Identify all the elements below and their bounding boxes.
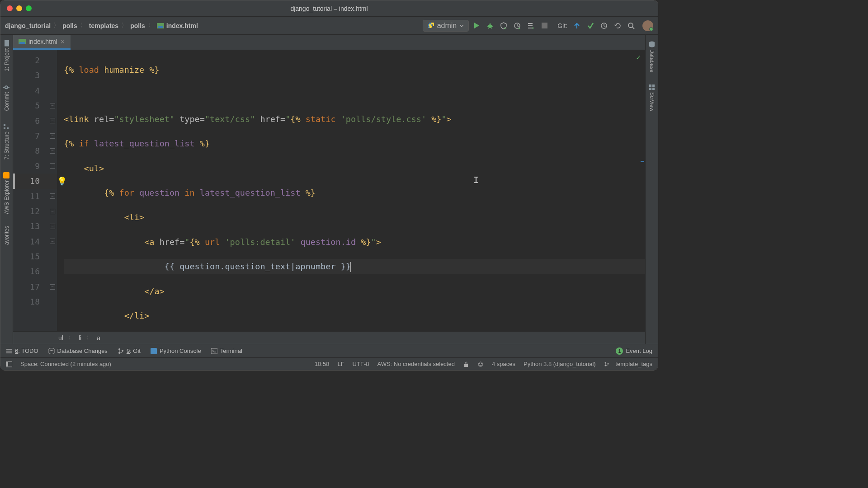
stop-button[interactable] (538, 20, 550, 32)
svg-point-30 (479, 363, 480, 364)
aws-icon (3, 171, 10, 178)
svg-rect-27 (6, 362, 8, 366)
error-stripe-marker[interactable] (641, 161, 644, 162)
fold-marker[interactable]: − (50, 284, 55, 290)
breadcrumb-node[interactable]: li (79, 334, 81, 342)
bottom-tool-bar: 6: 6: TODOTODO Database Changes 9: Git9:… (0, 344, 658, 357)
breadcrumb-item[interactable]: templates (89, 22, 118, 29)
python-icon (151, 348, 157, 354)
fold-marker[interactable]: − (50, 224, 55, 229)
titlebar: django_tutorial – index.html (0, 0, 658, 17)
fold-marker[interactable]: − (50, 133, 55, 139)
fold-marker[interactable]: − (50, 209, 55, 214)
file-encoding[interactable]: UTF-8 (353, 361, 369, 367)
git-history-button[interactable] (598, 20, 610, 32)
window-title: django_tutorial – index.html (290, 5, 368, 12)
fold-marker[interactable]: − (50, 103, 55, 108)
close-window-button[interactable] (7, 5, 13, 11)
todo-tool-button[interactable]: 6: 6: TODOTODO (6, 347, 38, 354)
line-separator[interactable]: LF (337, 361, 344, 367)
status-time: 10:58 (315, 361, 330, 367)
breadcrumbs: django_tutorial 〉 polls 〉 templates 〉 po… (5, 22, 198, 30)
svg-rect-12 (3, 172, 9, 178)
editor-tab[interactable]: index.html ✕ (13, 35, 71, 50)
git-commit-button[interactable] (585, 20, 596, 32)
commit-tool-button[interactable]: Commit (2, 80, 11, 113)
breadcrumb-node[interactable]: a (97, 334, 100, 342)
chevron-right-icon: 〉 (68, 334, 74, 342)
tool-window-icon[interactable] (6, 361, 12, 367)
terminal-button[interactable]: Terminal (211, 347, 242, 354)
code-area[interactable]: {% load humanize %} <link rel="styleshee… (57, 50, 645, 331)
structure-tool-button[interactable]: 7: Structure (2, 120, 11, 162)
git-branch-status[interactable]: template_tags (604, 361, 652, 367)
concurrency-button[interactable] (525, 20, 537, 32)
right-tool-rail: Database SciView (645, 35, 658, 344)
fold-marker[interactable]: − (50, 148, 55, 154)
search-everywhere-button[interactable] (625, 20, 637, 32)
event-log-button[interactable]: 1Event Log (616, 347, 652, 355)
fold-marker[interactable]: − (50, 193, 55, 199)
database-icon (649, 41, 655, 47)
svg-rect-9 (4, 127, 5, 129)
coverage-button[interactable] (498, 20, 509, 32)
svg-rect-28 (464, 364, 468, 367)
git-rollback-button[interactable] (612, 20, 623, 32)
html-file-icon (157, 22, 164, 29)
python-console-button[interactable]: Python Console (151, 347, 201, 354)
python-icon (428, 22, 434, 29)
interpreter-status[interactable]: Python 3.8 (django_tutorial) (524, 361, 596, 367)
debug-button[interactable] (484, 20, 496, 32)
user-avatar[interactable] (642, 20, 653, 31)
svg-point-21 (118, 348, 120, 350)
svg-rect-18 (649, 88, 651, 90)
branch-icon (604, 361, 609, 367)
sciview-tool-button[interactable]: SciView (648, 81, 656, 114)
editor[interactable]: 2 3 4 5− 6− 7− 8− 9− 10💡 11− 12− 13− 14−… (13, 50, 645, 331)
text-cursor-icon: 𝙸 (473, 174, 479, 185)
close-tab-button[interactable]: ✕ (60, 38, 65, 45)
breadcrumb-item[interactable]: django_tutorial (5, 22, 51, 29)
aws-status[interactable]: AWS: No credentials selected (377, 361, 454, 367)
svg-rect-25 (211, 348, 217, 354)
breadcrumb-item[interactable]: polls (130, 22, 145, 29)
indent-status[interactable]: 4 spaces (492, 361, 515, 367)
fold-marker[interactable]: − (50, 118, 55, 123)
chevron-right-icon: 〉 (148, 22, 154, 30)
event-count-badge: 1 (616, 347, 623, 355)
svg-point-6 (628, 23, 633, 28)
chevron-right-icon: 〉 (121, 22, 127, 30)
project-tool-button[interactable]: 1: Project (2, 37, 11, 74)
fold-marker[interactable]: − (50, 163, 55, 169)
space-status[interactable]: Space: Connected (2 minutes ago) (20, 361, 111, 367)
git-update-button[interactable] (571, 20, 583, 32)
profile-button[interactable] (511, 20, 523, 32)
svg-point-8 (5, 86, 8, 89)
git-tool-button[interactable]: 9: Git9: Git (118, 347, 141, 354)
database-tool-button[interactable]: Database (648, 38, 656, 75)
sciview-icon (649, 84, 655, 90)
run-button[interactable] (471, 20, 482, 32)
inspection-status-icon[interactable]: ✓ (636, 53, 641, 61)
favorites-tool-button[interactable]: avorites (3, 223, 11, 248)
aws-explorer-button[interactable]: AWS Explorer (2, 169, 11, 217)
inspector-icon[interactable] (477, 361, 484, 367)
tab-label: index.html (28, 38, 57, 45)
breadcrumb-file[interactable]: index.html (157, 22, 198, 29)
maximize-window-button[interactable] (26, 5, 32, 11)
db-changes-button[interactable]: Database Changes (48, 347, 108, 354)
chevron-right-icon: 〉 (53, 22, 60, 30)
gutter[interactable]: 2 3 4 5− 6− 7− 8− 9− 10💡 11− 12− 13− 14−… (13, 50, 57, 331)
svg-rect-7 (5, 40, 9, 47)
left-tool-rail: 1: Project Commit 7: Structure AWS Explo… (0, 35, 13, 344)
lock-icon[interactable] (463, 361, 469, 367)
fold-marker[interactable]: − (50, 239, 55, 244)
svg-rect-1 (158, 26, 163, 28)
breadcrumb-item[interactable]: polls (62, 22, 77, 29)
breadcrumb-node[interactable]: ul (58, 334, 63, 342)
run-configuration-selector[interactable]: admin (423, 20, 469, 32)
chevron-right-icon: 〉 (80, 22, 86, 30)
svg-point-23 (122, 350, 123, 352)
minimize-window-button[interactable] (16, 5, 22, 11)
breadcrumb-file-label: index.html (166, 22, 198, 29)
